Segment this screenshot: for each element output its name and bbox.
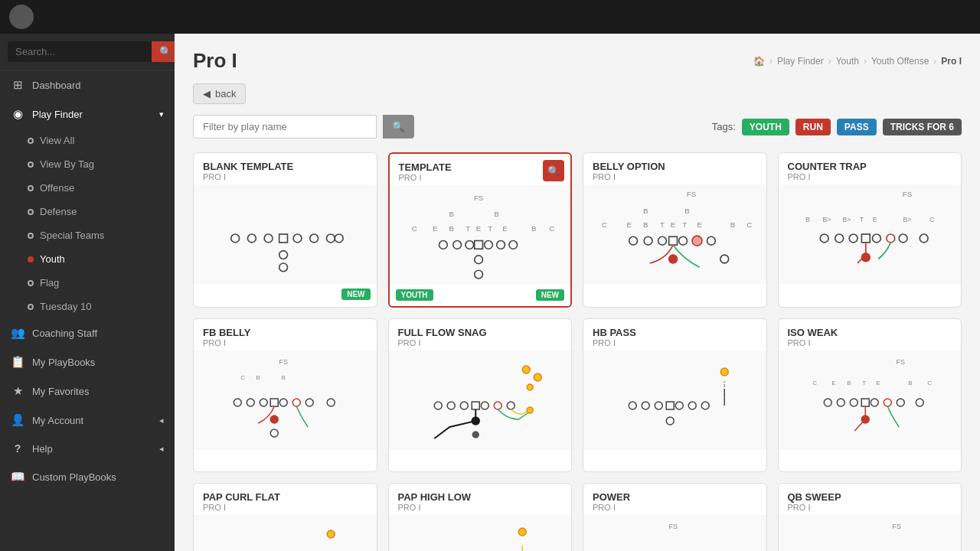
breadcrumb-youth[interactable]: Youth <box>836 56 859 67</box>
svg-point-24 <box>465 241 473 249</box>
search-play-button[interactable]: 🔍 <box>543 160 564 181</box>
svg-rect-77 <box>270 399 278 406</box>
sidebar-item-play-finder[interactable]: ◉ Play Finder ▾ <box>0 99 175 129</box>
play-card-belly-option[interactable]: BELLY OPTION PRO I FS B B C E B T E T E <box>583 152 767 308</box>
svg-text:FS: FS <box>279 358 288 366</box>
svg-point-61 <box>820 234 828 243</box>
tag-tricks[interactable]: TRICKS FOR 6 <box>883 119 962 135</box>
svg-point-85 <box>534 373 541 381</box>
sidebar-item-label: Offense <box>40 182 74 194</box>
play-card-counter-trap[interactable]: COUNTER TRAP PRO I FS B B> B> T E B> C <box>778 152 962 308</box>
page-header: Pro I 🏠 › Play Finder › Youth › Youth Of… <box>193 49 962 73</box>
svg-point-93 <box>527 407 533 413</box>
sidebar-item-custom-playbooks[interactable]: 📖 Custom PlayBooks <box>0 462 175 491</box>
play-card-pap-high-low[interactable]: PAP HIGH LOW PRO I <box>388 483 573 551</box>
svg-point-94 <box>527 384 533 390</box>
play-card-sub: PRO I <box>399 173 562 182</box>
svg-point-2 <box>264 234 273 243</box>
search-button[interactable]: 🔍 <box>152 41 175 62</box>
tag-youth[interactable]: YOUTH <box>742 119 789 135</box>
svg-text:B: B <box>643 207 648 215</box>
sidebar-item-dashboard[interactable]: ⊞ Dashboard <box>0 70 175 99</box>
play-card-sub: PRO I <box>593 338 757 347</box>
breadcrumb-current: Pro I <box>941 56 962 67</box>
svg-point-22 <box>439 241 447 249</box>
play-card-iso-weak[interactable]: ISO WEAK PRO I FS C E B T E B C <box>778 318 962 472</box>
svg-text:B: B <box>531 224 535 233</box>
chevron-left-icon: ◂ <box>159 444 164 454</box>
breadcrumb-youth-offense[interactable]: Youth Offense <box>871 56 929 67</box>
search-input[interactable] <box>8 41 152 62</box>
play-card-pap-curl-flat[interactable]: PAP CURL FLAT PRO I <box>193 483 377 551</box>
sidebar-item-label: Defense <box>40 206 77 217</box>
play-card-diagram <box>389 515 572 551</box>
new-badge: NEW <box>341 289 370 300</box>
play-card-blank-template[interactable]: BLANK TEMPLATE PRO I <box>193 152 377 308</box>
svg-point-83 <box>270 429 278 437</box>
play-card-template[interactable]: TEMPLATE PRO I 🔍 FS B B C E B T E T <box>388 152 573 308</box>
play-card-sub: PRO I <box>788 503 952 512</box>
play-card-footer: YOUTH NEW <box>390 285 571 306</box>
svg-point-67 <box>899 234 907 243</box>
play-card-header: BELLY OPTION PRO I <box>583 153 766 184</box>
svg-point-106 <box>666 417 674 425</box>
play-card-hb-pass[interactable]: HB PASS PRO I <box>583 318 767 472</box>
svg-point-92 <box>507 402 514 409</box>
sidebar-item-help[interactable]: ? Help ◂ <box>0 435 175 462</box>
sidebar-item-offense[interactable]: Offense <box>0 176 175 200</box>
svg-text:C: C <box>929 216 934 223</box>
svg-point-79 <box>292 399 300 406</box>
svg-text:T: T <box>660 220 665 229</box>
sidebar-item-my-favorites[interactable]: ★ My Favorites <box>0 377 175 406</box>
play-card-power[interactable]: POWER PRO I FS <box>583 483 767 551</box>
sidebar-item-label: Flag <box>40 277 59 289</box>
play-card-qb-sweep[interactable]: QB SWEEP PRO I FS <box>778 483 962 551</box>
svg-point-96 <box>472 432 479 438</box>
play-card-footer: NEW <box>194 284 377 305</box>
filter-input[interactable] <box>193 115 377 139</box>
sidebar-item-view-by-tag[interactable]: View By Tag <box>0 152 175 176</box>
svg-point-91 <box>494 402 501 409</box>
filter-search-button[interactable]: 🔍 <box>383 115 414 139</box>
breadcrumb-play-finder[interactable]: Play Finder <box>777 56 824 67</box>
back-button[interactable]: ◀ back <box>193 83 246 104</box>
top-bar <box>175 0 980 34</box>
svg-point-103 <box>688 402 696 409</box>
play-card-full-flow-snag[interactable]: FULL FLOW SNAG PRO I <box>388 318 573 472</box>
play-card-diagram <box>583 350 766 450</box>
play-card-footer <box>389 450 572 471</box>
svg-point-122 <box>861 416 869 423</box>
play-card-title: QB SWEEP <box>788 491 952 503</box>
svg-rect-118 <box>861 399 869 406</box>
play-card-header: ISO WEAK PRO I <box>779 319 962 350</box>
breadcrumb-sep: › <box>769 56 773 67</box>
svg-point-8 <box>279 251 288 259</box>
sidebar-item-tuesday-10[interactable]: Tuesday 10 <box>0 295 175 318</box>
tag-pass[interactable]: PASS <box>837 119 877 135</box>
sidebar-item-defense[interactable]: Defense <box>0 200 175 223</box>
play-card-fb-belly[interactable]: FB BELLY PRO I FS C B B <box>193 318 377 472</box>
tags-label: Tags: <box>712 121 736 132</box>
sidebar-item-label: My Favorites <box>32 386 89 397</box>
play-card-diagram: FS C B B <box>194 350 377 450</box>
sidebar-item-view-all[interactable]: View All <box>0 129 175 152</box>
sidebar-item-special-teams[interactable]: Special Teams <box>0 223 175 247</box>
svg-point-47 <box>679 236 688 245</box>
play-card-title: POWER <box>593 491 757 503</box>
svg-point-120 <box>884 399 891 406</box>
svg-rect-25 <box>474 241 482 249</box>
svg-text:B: B <box>805 216 810 223</box>
sidebar-item-youth[interactable]: Youth <box>0 247 175 271</box>
play-card-diagram: FS B B> B> T E B> C <box>779 184 962 284</box>
tag-run[interactable]: RUN <box>795 119 831 135</box>
breadcrumb-home[interactable]: 🏠 <box>753 56 765 67</box>
sidebar-item-coaching-staff[interactable]: 👥 Coaching Staff <box>0 318 175 347</box>
svg-point-27 <box>496 241 505 249</box>
sidebar-item-flag[interactable]: Flag <box>0 271 175 295</box>
sidebar-item-my-playbooks[interactable]: 📋 My PlayBooks <box>0 347 175 377</box>
help-icon: ? <box>11 442 24 455</box>
svg-point-1 <box>247 234 256 243</box>
play-card-header: PAP CURL FLAT PRO I <box>194 484 377 515</box>
playbooks-icon: 📋 <box>11 355 24 369</box>
sidebar-item-my-account[interactable]: 👤 My Account ◂ <box>0 406 175 435</box>
